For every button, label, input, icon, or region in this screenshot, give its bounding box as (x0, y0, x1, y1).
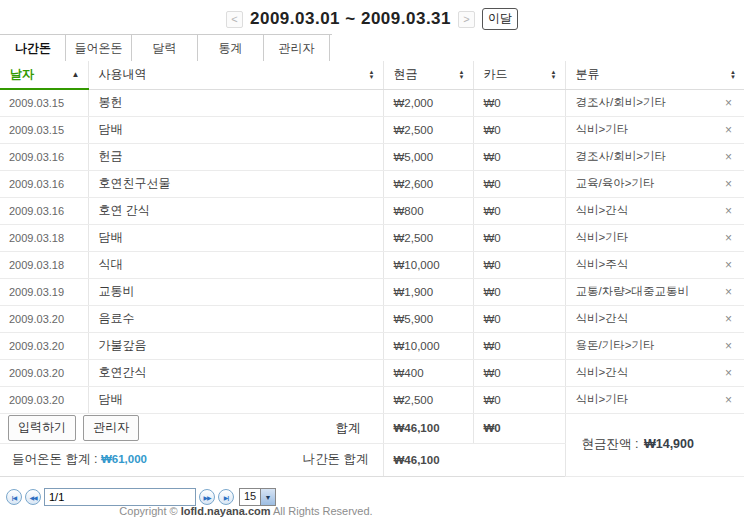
next-month-button[interactable]: > (458, 11, 475, 28)
page-number-input[interactable] (44, 488, 196, 506)
cash-cell: ₩2,000 (383, 89, 473, 116)
date-cell: 2009.03.18 (0, 224, 88, 251)
outgo-total-value: ₩46,100 (383, 443, 565, 476)
delete-row-icon[interactable]: × (719, 339, 732, 353)
actions-cell: 입력하기 관리자 합계 (0, 413, 383, 443)
cash-balance-cell: 현금잔액 : ₩14,900 (565, 413, 744, 476)
tab-bar: 나간돈 들어온돈 달력 통계 관리자 (0, 34, 332, 61)
cash-cell: ₩800 (383, 197, 473, 224)
card-cell: ₩0 (473, 251, 565, 278)
delete-row-icon[interactable]: × (719, 231, 732, 245)
delete-row-icon[interactable]: × (719, 312, 732, 326)
table-row: 2009.03.16 헌금 ₩5,000 ₩0 경조사/회비>기타 × (0, 143, 744, 170)
dropdown-arrow-icon: ▼ (260, 489, 275, 505)
totals-row: 입력하기 관리자 합계 ₩46,100 ₩0 현금잔액 : ₩14,900 (0, 413, 744, 443)
sort-icon[interactable]: ▲▼ (369, 70, 375, 80)
cash-cell: ₩10,000 (383, 332, 473, 359)
table-body: 2009.03.15 봉헌 ₩2,000 ₩0 경조사/회비>기타 × 2009… (0, 89, 744, 413)
input-entry-button[interactable]: 입력하기 (8, 415, 76, 441)
category-label: 식비>주식 (576, 257, 629, 272)
delete-row-icon[interactable]: × (719, 285, 732, 299)
admin-button[interactable]: 관리자 (83, 415, 139, 441)
total-label: 합계 (336, 420, 375, 437)
tab-calendar[interactable]: 달력 (132, 35, 198, 61)
delete-row-icon[interactable]: × (719, 96, 732, 110)
delete-row-icon[interactable]: × (719, 393, 732, 407)
date-range-label: 2009.03.01 ~ 2009.03.31 (250, 9, 451, 29)
delete-row-icon[interactable]: × (719, 258, 732, 272)
page-size-value: 15 (240, 489, 260, 505)
copyright-suffix: All Rights Reserved. (273, 505, 373, 517)
column-header-card[interactable]: 카드 ▲▼ (473, 61, 565, 89)
item-cell: 헌금 (88, 143, 383, 170)
tab-statistics[interactable]: 통계 (198, 35, 264, 61)
category-label: 식비>간식 (576, 311, 629, 326)
category-cell: 식비>기타 × (565, 224, 744, 251)
card-cell: ₩0 (473, 89, 565, 116)
date-cell: 2009.03.15 (0, 116, 88, 143)
category-cell: 용돈/기타>기타 × (565, 332, 744, 359)
column-header-item-label: 사용내역 (99, 66, 147, 83)
card-cell: ₩0 (473, 278, 565, 305)
pagination: |◀ ◀◀ ▶▶ ▶| 15 ▼ (6, 488, 276, 506)
sort-ascending-icon: ▲ (72, 70, 80, 79)
cash-cell: ₩1,900 (383, 278, 473, 305)
delete-row-icon[interactable]: × (719, 366, 732, 380)
date-cell: 2009.03.20 (0, 305, 88, 332)
cash-cell: ₩2,500 (383, 386, 473, 413)
card-cell: ₩0 (473, 116, 565, 143)
column-header-date[interactable]: 날자 ▲ (0, 61, 88, 89)
next-page-icon[interactable]: ▶▶ (199, 489, 215, 505)
page-size-select[interactable]: 15 ▼ (239, 488, 276, 506)
sort-icon[interactable]: ▲▼ (459, 70, 465, 80)
category-label: 식비>간식 (576, 203, 629, 218)
column-header-category[interactable]: 분류 ▲▼ (565, 61, 744, 89)
prev-page-icon[interactable]: ◀◀ (25, 489, 41, 505)
column-header-date-label: 날자 (10, 66, 34, 83)
date-cell: 2009.03.16 (0, 143, 88, 170)
cash-cell: ₩2,600 (383, 170, 473, 197)
total-card-value: ₩0 (473, 413, 565, 443)
tab-admin[interactable]: 관리자 (264, 35, 330, 61)
income-total-label: 들어온돈 합계 : (12, 452, 97, 466)
item-cell: 호연 간식 (88, 197, 383, 224)
sort-icon[interactable]: ▲▼ (730, 70, 736, 80)
delete-row-icon[interactable]: × (719, 123, 732, 137)
tab-money-out[interactable]: 나간돈 (0, 35, 66, 61)
tab-money-in[interactable]: 들어온돈 (66, 35, 132, 61)
card-cell: ₩0 (473, 305, 565, 332)
category-cell: 식비>주식 × (565, 251, 744, 278)
card-cell: ₩0 (473, 170, 565, 197)
delete-row-icon[interactable]: × (719, 204, 732, 218)
last-page-icon[interactable]: ▶| (218, 489, 234, 505)
category-cell: 식비>기타 × (565, 386, 744, 413)
cash-cell: ₩400 (383, 359, 473, 386)
category-cell: 경조사/회비>기타 × (565, 143, 744, 170)
date-cell: 2009.03.20 (0, 332, 88, 359)
sort-icon[interactable]: ▲▼ (551, 70, 557, 80)
first-page-icon[interactable]: |◀ (6, 489, 22, 505)
category-label: 식비>간식 (576, 365, 629, 380)
column-header-cash-label: 현금 (394, 66, 418, 83)
item-cell: 담배 (88, 224, 383, 251)
cash-balance-label: 현금잔액 : (582, 437, 639, 451)
table-row: 2009.03.15 담배 ₩2,500 ₩0 식비>기타 × (0, 116, 744, 143)
column-header-item[interactable]: 사용내역 ▲▼ (88, 61, 383, 89)
category-label: 경조사/회비>기타 (576, 149, 666, 164)
this-month-button[interactable]: 이달 (482, 8, 518, 30)
delete-row-icon[interactable]: × (719, 150, 732, 164)
category-cell: 교육/육아>기타 × (565, 170, 744, 197)
card-cell: ₩0 (473, 224, 565, 251)
delete-row-icon[interactable]: × (719, 177, 732, 191)
column-header-cash[interactable]: 현금 ▲▼ (383, 61, 473, 89)
outgo-total-label: 나간돈 합계 (303, 451, 369, 468)
table-row: 2009.03.20 가불갚음 ₩10,000 ₩0 용돈/기타>기타 × (0, 332, 744, 359)
cash-cell: ₩2,500 (383, 224, 473, 251)
copyright-prefix: Copyright © (119, 505, 177, 517)
category-label: 식비>기타 (576, 392, 629, 407)
cash-cell: ₩5,900 (383, 305, 473, 332)
prev-month-button[interactable]: < (226, 11, 243, 28)
item-cell: 담배 (88, 386, 383, 413)
item-cell: 음료수 (88, 305, 383, 332)
date-navigation: < 2009.03.01 ~ 2009.03.31 > 이달 (0, 0, 744, 34)
